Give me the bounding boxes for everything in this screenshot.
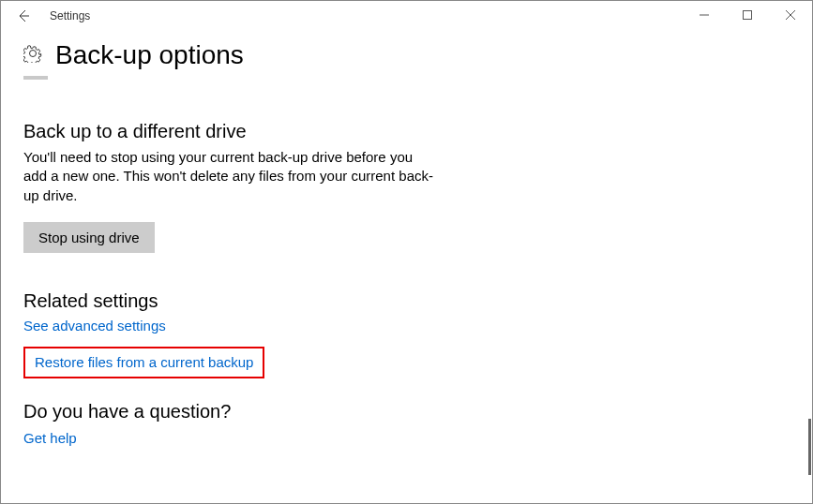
svg-rect-1 — [744, 11, 752, 20]
gear-icon — [23, 44, 42, 67]
backup-heading: Back up to a different drive — [23, 121, 790, 142]
close-button[interactable] — [769, 1, 812, 29]
backup-description: You'll need to stop using your current b… — [23, 148, 436, 205]
arrow-left-icon — [16, 8, 31, 23]
window-controls — [683, 1, 812, 29]
stop-using-drive-button[interactable]: Stop using drive — [23, 222, 155, 253]
titlebar: Settings — [1, 1, 812, 31]
minimize-button[interactable] — [683, 1, 726, 29]
app-title: Settings — [50, 9, 90, 22]
see-advanced-settings-link[interactable]: See advanced settings — [23, 318, 166, 334]
related-settings-heading: Related settings — [23, 290, 790, 312]
page-header: Back-up options — [23, 40, 790, 70]
question-heading: Do you have a question? — [23, 401, 790, 422]
back-button[interactable] — [8, 1, 38, 31]
maximize-icon — [743, 10, 752, 20]
restore-link-highlight: Restore files from a current backup — [23, 347, 264, 378]
minimize-icon — [700, 10, 709, 20]
title-underline — [23, 76, 48, 80]
scrollbar-thumb[interactable] — [808, 419, 811, 475]
close-icon — [786, 10, 795, 20]
maximize-button[interactable] — [726, 1, 769, 29]
restore-files-link[interactable]: Restore files from a current backup — [35, 354, 253, 370]
content-area: Back-up options Back up to a different d… — [1, 31, 812, 482]
get-help-link[interactable]: Get help — [23, 430, 77, 446]
page-title: Back-up options — [55, 40, 244, 70]
